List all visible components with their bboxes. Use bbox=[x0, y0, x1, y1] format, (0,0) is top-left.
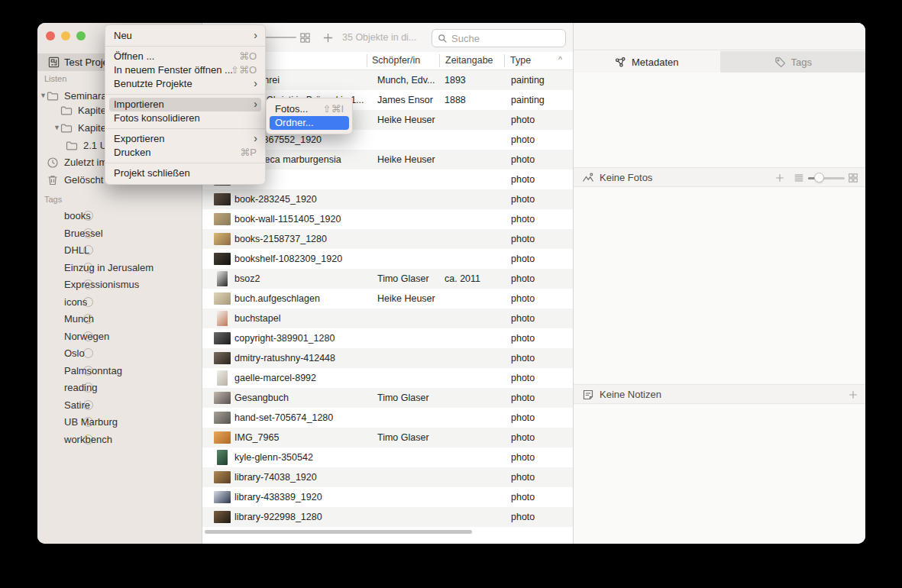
folder-icon bbox=[60, 122, 73, 134]
sidebar-tag-ub-marburg[interactable]: UB Marburg bbox=[37, 414, 202, 431]
table-row-dmitry-ratushny-412448[interactable]: dmitry-ratushny-412448photo bbox=[202, 348, 573, 368]
table-row-buchstapel[interactable]: buchstapelphoto bbox=[202, 309, 573, 328]
search-input[interactable] bbox=[451, 33, 558, 44]
sidebar-tag-books[interactable]: books bbox=[37, 208, 202, 225]
cell-name: bsoz2 bbox=[234, 273, 260, 284]
column-header-type[interactable]: Type bbox=[510, 55, 531, 66]
search-icon bbox=[438, 34, 448, 44]
table-row-copyright-389901-1280[interactable]: copyright-389901_1280photo bbox=[202, 328, 573, 348]
disclosure-triangle-icon[interactable]: ▼ bbox=[53, 124, 60, 131]
sidebar-tag-munch[interactable]: Munch bbox=[37, 311, 202, 328]
grid-view-icon[interactable] bbox=[299, 32, 311, 44]
table-row-gesangbuch[interactable]: GesangbuchTimo Glaserphoto bbox=[202, 388, 573, 408]
cell-creator: James Ensor bbox=[377, 95, 433, 105]
inspector-titlebar-area bbox=[574, 23, 865, 50]
sidebar-tag-reading[interactable]: reading bbox=[37, 380, 202, 396]
column-divider[interactable] bbox=[439, 54, 440, 67]
sidebar-tag-palmsonntag[interactable]: Palmsonntag bbox=[37, 363, 202, 380]
notes-empty-label: Keine Notizen bbox=[600, 389, 661, 400]
menu-item-drucken[interactable]: Drucken⌘P bbox=[105, 146, 265, 160]
table-row-bsoz2[interactable]: bsoz2Timo Glaserca. 2011photo bbox=[202, 269, 573, 289]
table-row-kyle-glenn-350542[interactable]: kyle-glenn-350542photo bbox=[202, 447, 573, 467]
sidebar-tag-dhll[interactable]: DHLL bbox=[37, 242, 202, 259]
menu-item-label: Öffnen ... bbox=[114, 50, 154, 62]
tag-label: Einzug in Jerusalem bbox=[64, 262, 154, 273]
table-row-library-74038-1920[interactable]: library-74038_1920photo bbox=[202, 467, 573, 487]
sidebar-tag-workbench[interactable]: workbench bbox=[37, 431, 202, 448]
cell-name: book-283245_1920 bbox=[234, 194, 317, 205]
horizontal-scrollbar-thumb[interactable] bbox=[205, 530, 472, 534]
cell-type: photo bbox=[511, 313, 535, 324]
table-row-library-438389-1920[interactable]: library-438389_1920photo bbox=[202, 487, 573, 507]
cell-name: library-922998_1280 bbox=[234, 512, 322, 522]
tag-label: icons bbox=[64, 296, 87, 308]
disclosure-triangle-icon[interactable]: ▼ bbox=[40, 92, 47, 99]
cell-type: painting bbox=[511, 95, 545, 105]
add-item-icon[interactable] bbox=[322, 32, 334, 44]
tag-label: Palmsonntag bbox=[64, 365, 122, 376]
submenu-item-ordner[interactable]: Ordner... bbox=[270, 116, 349, 130]
menu-item-in-neuem-fenster-ffnen[interactable]: In neuem Fenster öffnen ...⇧⌘O bbox=[105, 63, 265, 77]
photo-zoom-slider-handle[interactable] bbox=[814, 173, 824, 183]
table-row-bookshelf-1082309-1920[interactable]: bookshelf-1082309_1920photo bbox=[202, 249, 573, 269]
column-header-creator[interactable]: Schöpfer/in bbox=[372, 55, 420, 66]
menu-item-fotos-konsolidieren[interactable]: Fotos konsolidieren bbox=[105, 111, 265, 125]
table-row-books-2158737-1280[interactable]: books-2158737_1280photo bbox=[202, 229, 573, 249]
menu-item-neu[interactable]: Neu› bbox=[105, 29, 265, 43]
item-thumbnail bbox=[214, 392, 231, 404]
menu-item-benutzte-projekte[interactable]: Benutzte Projekte› bbox=[105, 77, 265, 91]
add-note-icon[interactable] bbox=[848, 389, 858, 400]
item-thumbnail bbox=[214, 471, 231, 483]
table-row-book-wall-1151405-1920[interactable]: book-wall-1151405_1920photo bbox=[202, 209, 573, 229]
table-row-gaelle-marcel-8992[interactable]: gaelle-marcel-8992photo bbox=[202, 368, 573, 388]
menu-shortcut: ⌘P bbox=[240, 146, 257, 160]
tag-label: reading bbox=[64, 382, 97, 393]
sidebar-tag-bruessel[interactable]: Bruessel bbox=[37, 225, 202, 242]
sidebar-tag-oslo[interactable]: Oslo bbox=[37, 345, 202, 362]
tab-tags[interactable]: Tags bbox=[720, 51, 866, 73]
menu-shortcut: ⇧⌘O bbox=[231, 63, 257, 77]
sidebar-tag-expressionismus[interactable]: Expressionismus bbox=[37, 276, 202, 293]
table-row-hand-set-705674-1280[interactable]: hand-set-705674_1280photo bbox=[202, 408, 573, 428]
photo-list-view-icon[interactable] bbox=[794, 173, 804, 183]
cell-date: 1893 bbox=[445, 75, 466, 86]
item-thumbnail bbox=[214, 412, 231, 424]
sidebar-tag-norwegen[interactable]: Norwegen bbox=[37, 328, 202, 345]
close-window-button[interactable] bbox=[46, 31, 55, 40]
tag-label: DHLL bbox=[64, 244, 89, 256]
sidebar-tag-icons[interactable]: icons bbox=[37, 294, 202, 311]
tab-metadaten[interactable]: Metadaten bbox=[574, 51, 720, 73]
minimize-window-button[interactable] bbox=[61, 31, 70, 40]
sort-direction-icon[interactable]: ^ bbox=[558, 55, 562, 64]
tab-metadaten-label: Metadaten bbox=[632, 57, 678, 68]
submenu-item-fotos[interactable]: Fotos...⇧⌘I bbox=[267, 102, 352, 116]
cell-date: ca. 2011 bbox=[445, 273, 480, 284]
tag-label: books bbox=[64, 210, 91, 221]
cell-type: photo bbox=[511, 293, 535, 304]
item-thumbnail bbox=[214, 292, 231, 305]
menu-item-ffnen[interactable]: Öffnen ...⌘O bbox=[105, 50, 265, 63]
menu-item-importieren[interactable]: Importieren› bbox=[109, 98, 261, 111]
item-thumbnail bbox=[214, 213, 231, 225]
table-row-library-922998-1280[interactable]: library-922998_1280photo bbox=[202, 507, 573, 527]
menu-divider bbox=[105, 46, 265, 47]
table-row-book-283245-1920[interactable]: book-283245_1920photo bbox=[202, 189, 573, 209]
column-header-date[interactable]: Zeitangabe bbox=[445, 55, 493, 66]
add-photo-icon[interactable] bbox=[774, 173, 785, 183]
column-divider[interactable] bbox=[367, 54, 367, 67]
menu-item-label: Importieren bbox=[114, 99, 164, 110]
item-thumbnail bbox=[217, 450, 228, 465]
cell-creator: Heike Heuser bbox=[377, 154, 435, 165]
photo-grid-view-icon[interactable] bbox=[848, 173, 858, 183]
maximize-window-button[interactable] bbox=[76, 31, 86, 40]
column-divider[interactable] bbox=[504, 54, 505, 67]
menu-item-projekt-schlie-en[interactable]: Projekt schließen bbox=[105, 166, 265, 180]
cell-name: kyle-glenn-350542 bbox=[234, 452, 313, 463]
sidebar-tag-satire[interactable]: Satire bbox=[37, 397, 202, 414]
sidebar-tag-einzug-in-jerusalem[interactable]: Einzug in Jerusalem bbox=[37, 260, 202, 276]
menu-item-exportieren[interactable]: Exportieren› bbox=[105, 132, 265, 146]
table-row-buch-aufgeschlagen[interactable]: buch.aufgeschlagenHeike Heuserphoto bbox=[202, 289, 573, 309]
cell-name: gaelle-marcel-8992 bbox=[234, 373, 316, 383]
table-row-img-7965[interactable]: IMG_7965Timo Glaserphoto bbox=[202, 428, 573, 447]
menu-item-label: In neuem Fenster öffnen ... bbox=[114, 64, 233, 76]
